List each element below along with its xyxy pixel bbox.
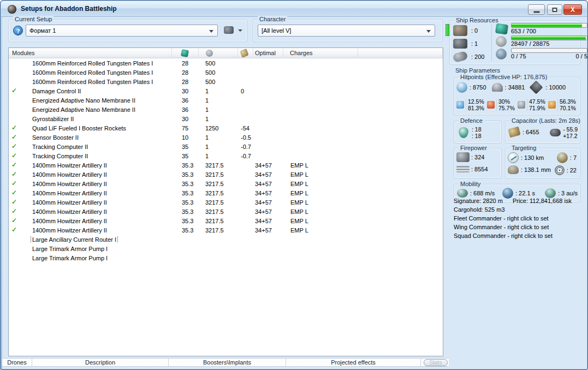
- module-cpu-value: 35.3: [172, 218, 199, 224]
- tab-drones[interactable]: Drones: [2, 359, 32, 366]
- capacitor-recharge-value: +17.2: [563, 133, 578, 139]
- capacitor-icon: [240, 49, 249, 58]
- tab-description[interactable]: Description: [32, 359, 169, 366]
- fitted-check-icon: ✓: [9, 162, 20, 169]
- module-name: 1600mm Reinforced Rolled Tungsten Plates…: [29, 69, 172, 76]
- table-row[interactable]: ✓ Large Ancillary Current Router I: [9, 235, 443, 244]
- table-row[interactable]: ✓ 1400mm Howitzer Artillery II 35.3 3217…: [9, 179, 443, 188]
- wing-commander-text[interactable]: Wing Commander - right click to set: [454, 224, 583, 230]
- module-cpu-value: 35.3: [172, 162, 199, 169]
- drone-icon: [496, 49, 507, 59]
- powergrid-bar: [511, 35, 587, 40]
- rig-calibration: : 200: [453, 50, 484, 63]
- fitted-check-icon: ✓: [9, 208, 20, 215]
- help-icon[interactable]: ?: [13, 26, 23, 35]
- character-select[interactable]: [All level V]: [258, 25, 435, 37]
- resists-row: 12.5% 81.3% 30% 75.7% 47.5% 71.9% 56.3% …: [456, 98, 579, 111]
- scan-resolution-icon: [508, 165, 519, 174]
- capacitor-column-header[interactable]: [238, 48, 253, 58]
- table-row[interactable]: ✓ Tracking Computer II 35 1 -0.7: [9, 142, 443, 151]
- shield-resist-value: 56.3%: [560, 98, 576, 105]
- modules-list: ✓ 1600mm Reinforced Rolled Tungsten Plat…: [9, 58, 443, 262]
- module-powergrid-value: 1: [199, 153, 238, 159]
- stats-button[interactable]: Stats: [424, 359, 448, 366]
- table-row[interactable]: ✓ 1600mm Reinforced Rolled Tungsten Plat…: [9, 77, 443, 86]
- table-row[interactable]: ✓ Large Trimark Armor Pump I: [9, 244, 443, 253]
- ship-icon: [224, 26, 234, 34]
- maximize-button[interactable]: [547, 4, 562, 15]
- table-row[interactable]: ✓ Sensor Booster II 10 1 -0.5: [9, 133, 443, 142]
- rig-icon: [452, 51, 468, 63]
- dronebay-bar: [511, 48, 587, 53]
- ship-menu-button[interactable]: [223, 25, 246, 36]
- modules-panel: Modules Optimal Charges ✓ 1600mm Reinfor…: [8, 47, 443, 356]
- setup-select-value: Формат 1: [29, 27, 56, 34]
- armor-resist-value: 70.1%: [560, 105, 576, 111]
- fitted-check-icon: ✓: [9, 143, 20, 150]
- cpu-column-header[interactable]: [172, 48, 199, 58]
- turret-slots: : 0: [453, 24, 484, 37]
- module-name: 1400mm Howitzer Artillery II: [29, 171, 172, 178]
- table-row[interactable]: ✓ 1400mm Howitzer Artillery II 35.3 3217…: [9, 170, 443, 179]
- table-row[interactable]: ✓ Gyrostabilizer II 30 1: [9, 114, 443, 123]
- firepower-title: Firepower: [459, 145, 489, 151]
- ship-resources-title: Ship Resources: [454, 17, 500, 23]
- module-cpu-value: 35: [172, 144, 199, 150]
- module-cpu-value: 35: [172, 153, 199, 159]
- hitpoints-title: Hitpoints (Effective HP: 176,875): [459, 74, 549, 80]
- current-setup-label: Current Setup: [13, 16, 54, 22]
- sensor-strength-icon: [557, 152, 568, 163]
- table-row[interactable]: ✓ Energized Adaptive Nano Membrane II 36…: [9, 105, 443, 114]
- character-label: Character: [258, 16, 287, 22]
- table-row[interactable]: ✓ Damage Control II 30 1 0: [9, 86, 443, 96]
- table-row[interactable]: ✓ 1400mm Howitzer Artillery II 35.3 3217…: [9, 207, 443, 216]
- module-cpu-value: 75: [172, 125, 199, 132]
- resist-cell: 47.5% 71.9%: [518, 98, 548, 111]
- fleet-commander-text[interactable]: Fleet Commander - right click to set: [454, 215, 583, 222]
- tab-boosters-implants[interactable]: Boosters\Implants: [169, 359, 286, 366]
- armor-resist-value: 81.3%: [468, 105, 484, 111]
- table-row[interactable]: ✓ 1400mm Howitzer Artillery II 35.3 3217…: [9, 225, 443, 235]
- optimal-column-header[interactable]: Optimal: [253, 48, 283, 58]
- powergrid-column-header[interactable]: [199, 48, 238, 58]
- module-powergrid-value: 3217.5: [199, 171, 238, 178]
- squad-commander-text[interactable]: Squad Commander - right click to set: [454, 232, 583, 239]
- character-select-value: [All level V]: [262, 27, 291, 34]
- close-button[interactable]: X: [563, 4, 582, 15]
- module-cpu-value: 35.3: [172, 190, 199, 196]
- table-row[interactable]: ✓ 1400mm Howitzer Artillery II 35.3 3217…: [9, 216, 443, 225]
- module-cpu-value: 10: [172, 134, 199, 141]
- table-row[interactable]: ✓ 1400mm Howitzer Artillery II 35.3 3217…: [9, 160, 443, 170]
- setup-select[interactable]: Формат 1: [26, 25, 218, 37]
- tab-projected-effects[interactable]: Projected effects: [286, 359, 421, 366]
- title-bar[interactable]: Setups for Abaddon Battleship X: [1, 1, 587, 17]
- module-powergrid-value: 1: [199, 97, 238, 104]
- resist-cell: 30% 75.7%: [487, 98, 518, 111]
- table-row[interactable]: ✓ 1400mm Howitzer Artillery II 35.3 3217…: [9, 188, 443, 198]
- table-row[interactable]: ✓ Energized Adaptive Nano Membrane II 36…: [9, 96, 443, 105]
- app-window: Setups for Abaddon Battleship X Current …: [0, 0, 588, 370]
- hitpoints-group: Hitpoints (Effective HP: 176,875) : 8750…: [454, 77, 580, 115]
- modules-column-header[interactable]: Modules: [9, 48, 172, 58]
- table-row[interactable]: ✓ Quad LiF Fueled I Booster Rockets 75 1…: [9, 123, 443, 133]
- modules-table-header[interactable]: Modules Optimal Charges: [9, 48, 443, 58]
- charges-column-header[interactable]: Charges: [283, 48, 358, 58]
- fitted-check-icon: ✓: [9, 171, 20, 178]
- resist-cell: 12.5% 81.3%: [456, 98, 487, 111]
- table-row[interactable]: ✓ 1600mm Reinforced Rolled Tungsten Plat…: [9, 68, 443, 77]
- module-powergrid-value: 3217.5: [199, 227, 238, 234]
- sensor-strength-value: : 7: [570, 154, 577, 161]
- minimize-button[interactable]: [528, 4, 545, 15]
- module-capacitor-value: -0.5: [238, 134, 253, 141]
- chevron-down-icon: [426, 30, 431, 33]
- table-row[interactable]: ✓ Large Trimark Armor Pump I: [9, 253, 443, 262]
- table-row[interactable]: ✓ Tracking Computer II 35 1 -0.7: [9, 151, 443, 160]
- mobility-title: Mobility: [459, 181, 482, 187]
- dps-turret-icon: [456, 152, 470, 162]
- powergrid-icon: [206, 50, 213, 57]
- module-name: Damage Control II: [29, 88, 172, 94]
- armor-icon: [492, 83, 503, 92]
- table-row[interactable]: ✓ 1600mm Reinforced Rolled Tungsten Plat…: [9, 58, 443, 68]
- table-row[interactable]: ✓ 1400mm Howitzer Artillery II 35.3 3217…: [9, 198, 443, 207]
- capacitor-icon: [508, 127, 520, 138]
